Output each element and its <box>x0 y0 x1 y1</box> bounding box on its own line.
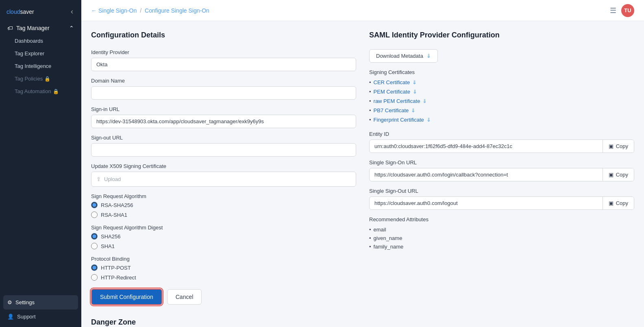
radio-http-post-label: HTTP-POST <box>101 265 131 271</box>
cer-download-icon: ⇓ <box>412 79 417 85</box>
radio-http-redirect-label: HTTP-Redirect <box>101 275 136 281</box>
breadcrumb-current-label: Configure Single Sign-On <box>145 7 209 14</box>
radio-rsa-sha256-input[interactable] <box>91 202 98 208</box>
sidebar-item-tag-automation[interactable]: Tag Automation 🔒 <box>3 85 78 98</box>
entity-id-copy-label: Copy <box>616 143 628 149</box>
list-item-email: email <box>369 227 634 233</box>
menu-icon[interactable]: ☰ <box>610 6 616 15</box>
lock-icon: 🔒 <box>53 89 59 94</box>
sidebar-tag-manager-label: Tag Manager <box>16 25 50 31</box>
protocol-binding-label: Protocol Binding <box>91 256 356 262</box>
list-item-pem: PEM Certificate ⇓ <box>369 89 634 95</box>
slo-url-input <box>370 197 603 209</box>
upload-area[interactable]: ⇧ Upload <box>91 172 356 187</box>
sidebar-collapse-button[interactable]: ‹ <box>69 7 75 17</box>
sign-out-url-input[interactable] <box>91 143 356 157</box>
sidebar-item-settings[interactable]: ⚙ Settings <box>3 295 78 310</box>
config-details-title: Configuration Details <box>91 31 356 39</box>
pb7-certificate-link[interactable]: PB7 Certificate ⇓ <box>374 107 416 113</box>
radio-http-post-input[interactable] <box>91 264 98 271</box>
pem-certificate-link[interactable]: PEM Certificate ⇓ <box>374 89 417 95</box>
saml-config-title: SAML Identity Provider Configuration <box>369 31 634 39</box>
identity-provider-input[interactable] <box>91 58 356 71</box>
list-item-family-name: family_name <box>369 244 634 250</box>
sign-request-algorithm-group: Sign Request Algorithm RSA-SHA256 RSA-SH… <box>91 193 356 218</box>
entity-id-field: ▣ Copy <box>369 140 634 153</box>
radio-sha1-input[interactable] <box>91 243 98 249</box>
person-icon: 👤 <box>7 314 14 320</box>
radio-sha1[interactable]: SHA1 <box>91 243 356 249</box>
cer-certificate-label: CER Certificate <box>374 79 410 85</box>
copy-icon: ▣ <box>609 143 614 149</box>
radio-rsa-sha1-label: RSA-SHA1 <box>101 212 127 218</box>
radio-http-redirect-input[interactable] <box>91 274 98 281</box>
fingerprint-certificate-link[interactable]: Fingerprint Certificate ⇓ <box>374 117 431 123</box>
fingerprint-certificate-label: Fingerprint Certificate <box>374 117 424 123</box>
domain-name-group: Domain Name <box>91 78 356 100</box>
cancel-button[interactable]: Cancel <box>167 289 202 305</box>
breadcrumb-back-link[interactable]: ← Single Sign-On <box>91 7 137 14</box>
submit-configuration-button[interactable]: Submit Configuration <box>91 289 162 305</box>
list-item-fingerprint: Fingerprint Certificate ⇓ <box>369 117 634 123</box>
download-icon: ⇓ <box>426 53 431 59</box>
domain-name-input[interactable] <box>91 86 356 100</box>
sidebar-tag-manager-header[interactable]: 🏷 Tag Manager <box>3 22 78 35</box>
entity-id-group: Entity ID ▣ Copy <box>369 131 634 153</box>
radio-rsa-sha256[interactable]: RSA-SHA256 <box>91 202 356 208</box>
sign-in-url-input[interactable] <box>91 115 356 128</box>
sign-out-url-group: Sign-out URL <box>91 135 356 157</box>
certificate-list: CER Certificate ⇓ PEM Certificate ⇓ raw … <box>369 79 634 123</box>
slo-url-copy-button[interactable]: ▣ Copy <box>603 197 634 209</box>
recommended-attrs-label: Recommended Attributes <box>369 216 634 222</box>
sign-out-url-label: Sign-out URL <box>91 135 356 141</box>
chevron-up-icon <box>69 25 74 31</box>
sso-url-copy-button[interactable]: ▣ Copy <box>603 168 634 181</box>
two-column-layout: Configuration Details Identity Provider … <box>91 31 634 305</box>
danger-zone-title: Danger Zone <box>91 318 634 327</box>
copy-icon-slo: ▣ <box>609 200 614 206</box>
list-item-raw-pem: raw PEM Certificate ⇓ <box>369 98 634 104</box>
breadcrumb-back-label: Single Sign-On <box>98 7 137 14</box>
sidebar-item-tag-policies[interactable]: Tag Policies 🔒 <box>3 72 78 85</box>
sidebar-item-support[interactable]: 👤 Support <box>3 310 78 324</box>
radio-rsa-sha1-input[interactable] <box>91 211 98 218</box>
radio-http-post[interactable]: HTTP-POST <box>91 264 356 271</box>
radio-http-redirect[interactable]: HTTP-Redirect <box>91 274 356 281</box>
form-actions: Submit Configuration Cancel <box>91 289 356 305</box>
sign-request-digest-group: Sign Request Algorithm Digest SHA256 SHA… <box>91 225 356 249</box>
sign-in-url-label: Sign-in URL <box>91 106 356 112</box>
download-metadata-button[interactable]: Download Metadata ⇓ <box>369 49 438 63</box>
radio-sha256-label: SHA256 <box>101 233 120 240</box>
back-arrow-icon: ← <box>91 7 97 14</box>
sidebar-bottom: ⚙ Settings 👤 Support <box>0 292 81 327</box>
radio-sha256-input[interactable] <box>91 233 98 240</box>
page-content: Configuration Details Identity Provider … <box>81 21 644 327</box>
sidebar-settings-label: Settings <box>15 299 35 305</box>
cer-certificate-link[interactable]: CER Certificate ⇓ <box>374 79 417 85</box>
fingerprint-download-icon: ⇓ <box>426 117 431 123</box>
radio-rsa-sha1[interactable]: RSA-SHA1 <box>91 211 356 218</box>
sidebar-support-label: Support <box>17 314 36 320</box>
radio-sha256[interactable]: SHA256 <box>91 233 356 240</box>
list-item-pb7: PB7 Certificate ⇓ <box>369 107 634 113</box>
identity-provider-group: Identity Provider <box>91 49 356 71</box>
sso-url-field: ▣ Copy <box>369 168 634 181</box>
slo-url-label: Single Sign-Out URL <box>369 188 634 194</box>
sidebar-item-dashboards[interactable]: Dashboards <box>3 35 78 47</box>
breadcrumb: ← Single Sign-On / Configure Single Sign… <box>91 7 209 14</box>
sidebar-item-tag-intelligence-label: Tag Intelligence <box>15 63 51 69</box>
update-x509-group: Update X509 Signing Certificate ⇧ Upload <box>91 163 356 187</box>
slo-url-field: ▣ Copy <box>369 196 634 210</box>
raw-pem-certificate-link[interactable]: raw PEM Certificate ⇓ <box>374 98 427 104</box>
raw-pem-download-icon: ⇓ <box>422 98 427 104</box>
update-x509-label: Update X509 Signing Certificate <box>91 163 356 169</box>
sidebar-item-tag-intelligence[interactable]: Tag Intelligence <box>3 60 78 72</box>
slo-url-group: Single Sign-Out URL ▣ Copy <box>369 188 634 210</box>
download-metadata-label: Download Metadata <box>376 53 423 59</box>
sidebar-item-tag-explorer[interactable]: Tag Explorer <box>3 47 78 60</box>
protocol-binding-group: Protocol Binding HTTP-POST HTTP-Redirect <box>91 256 356 281</box>
user-avatar[interactable]: TU <box>621 4 634 17</box>
entity-id-copy-button[interactable]: ▣ Copy <box>603 140 634 153</box>
attr-email-label: email <box>374 227 386 233</box>
list-item-given-name: given_name <box>369 235 634 241</box>
